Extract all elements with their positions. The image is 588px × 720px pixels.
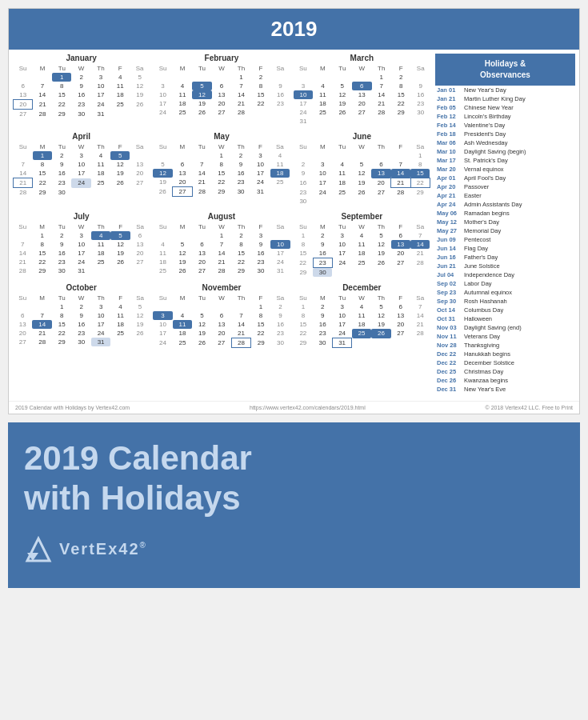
month-name: March: [294, 54, 430, 62]
calendar-day: 9: [52, 240, 71, 249]
calendar-day: 6: [173, 160, 192, 169]
calendar-day: 4: [313, 82, 332, 90]
holiday-item: Dec 22December Solstice: [435, 358, 575, 367]
calendar-day: 13: [192, 249, 211, 258]
holiday-date: May 12: [437, 218, 461, 226]
calendar-day: 1: [212, 151, 231, 160]
holiday-item: Jan 01New Year's Day: [435, 86, 575, 94]
calendar-day: 15: [212, 169, 231, 178]
calendar-day: 18: [91, 169, 110, 178]
calendar-day: 18: [153, 258, 172, 266]
calendar-day: 11: [110, 311, 130, 320]
calendar-day: [332, 197, 351, 206]
holiday-date: Feb 14: [437, 122, 461, 129]
calendar-day: 3: [251, 231, 270, 240]
calendar-day: [110, 188, 130, 198]
calendar-day: [153, 302, 172, 311]
calendar-day: 4: [352, 231, 371, 240]
calendar-day: 1: [294, 231, 313, 240]
calendar-day: 12: [192, 90, 211, 99]
calendar-day: 7: [231, 82, 250, 90]
months-grid: JanuarySuMTuWThFSa1234567891011121314151…: [13, 54, 430, 394]
calendar-day: 19: [110, 249, 130, 258]
calendar-day: 27: [391, 258, 410, 268]
calendar-day: 4: [153, 240, 172, 249]
calendar-day: [14, 73, 33, 82]
calendar-day: 2: [71, 302, 90, 311]
month-table: SuMTuWThFSa12345678910111213141516171819…: [294, 64, 430, 126]
calendar-day: 23: [270, 99, 290, 108]
holiday-name: Valentine's Day: [464, 122, 505, 129]
month-name: September: [294, 212, 430, 221]
calendar-day: 24: [153, 108, 172, 117]
calendar-day: 20: [352, 99, 371, 108]
calendar-day: [410, 197, 430, 206]
calendar-day: 15: [391, 90, 410, 99]
calendar-day: 16: [71, 90, 90, 100]
calendar-day: 6: [352, 82, 371, 90]
calendar-day: 29: [212, 187, 231, 197]
calendar-day: 10: [91, 311, 110, 320]
calendar-day: 11: [91, 160, 110, 169]
calendar-day: 26: [110, 178, 130, 188]
calendar-day: 1: [251, 302, 270, 311]
holiday-date: Mar 20: [437, 166, 461, 173]
calendar-day: 14: [192, 169, 211, 178]
calendar-day: 25: [110, 329, 130, 338]
promo-title: 2019 Calendarwith Holidays: [24, 438, 564, 519]
holiday-name: April Fool's Day: [464, 174, 506, 182]
calendar-day: 4: [332, 160, 351, 169]
calendar-day: 9: [71, 311, 90, 320]
calendar-day: 20: [371, 178, 390, 188]
calendar-day: [192, 151, 211, 160]
calendar-day: 17: [91, 320, 110, 329]
calendar-day: 5: [110, 231, 130, 240]
holiday-item: Nov 03Daylight Saving (end): [435, 323, 575, 332]
holiday-date: Nov 28: [437, 342, 461, 349]
calendar-day: 29: [33, 188, 52, 198]
calendar-day: 28: [14, 188, 33, 198]
holiday-name: Lincoln's Birthday: [464, 113, 511, 120]
holiday-name: December Solstice: [464, 359, 514, 366]
calendar-day: 3: [332, 231, 351, 240]
calendar-day: [391, 117, 410, 126]
calendar-day: 28: [32, 338, 51, 346]
calendar-day: [270, 231, 290, 240]
calendar-day: 18: [313, 99, 332, 108]
calendar-day: 22: [251, 329, 270, 338]
footer-right: © 2018 Vertex42 LLC. Free to Print: [486, 405, 573, 410]
calendar-day: 28: [212, 266, 231, 275]
calendar-day: 22: [294, 329, 313, 338]
calendar-day: 23: [52, 258, 71, 266]
calendar-day: [91, 188, 110, 198]
month-block-march: MarchSuMTuWThFSa123456789101112131415161…: [294, 54, 430, 126]
calendar-day: 12: [110, 240, 130, 249]
month-block-august: AugustSuMTuWThFSa12345678910111213141516…: [153, 212, 290, 277]
holiday-item: Mar 06Ash Wednesday: [435, 138, 575, 147]
holiday-name: Ash Wednesday: [464, 139, 507, 146]
calendar-day: 19: [130, 320, 150, 329]
calendar-day: 2: [391, 73, 410, 82]
calendar-day: [192, 73, 211, 82]
footer-left: 2019 Calendar with Holidays by Vertex42.…: [15, 405, 130, 410]
holiday-item: Nov 11Veterans Day: [435, 332, 575, 341]
holiday-date: Dec 22: [437, 359, 461, 366]
holiday-name: New Year's Day: [464, 86, 506, 94]
holiday-name: Easter: [464, 192, 482, 199]
calendar-day: 2: [231, 231, 250, 240]
holiday-date: Jun 21: [437, 262, 461, 270]
calendar-day: 11: [313, 90, 332, 99]
calendar-day: 6: [212, 82, 231, 90]
calendar-day: 8: [391, 82, 410, 90]
holiday-date: May 27: [437, 227, 461, 234]
calendar-day: 26: [173, 266, 192, 275]
calendar-day: 19: [333, 99, 352, 108]
month-table: SuMTuWThFSa12345678910111213141516171819…: [153, 222, 290, 275]
calendar-day: 18: [173, 99, 192, 108]
calendar-day: 2: [71, 73, 90, 82]
calendar-day: 23: [294, 188, 313, 198]
holiday-item: Sep 30Rosh Hashanah: [435, 297, 575, 306]
calendar-day: 15: [294, 320, 313, 329]
calendar-day: [13, 302, 32, 311]
calendar-day: 29: [251, 338, 270, 348]
